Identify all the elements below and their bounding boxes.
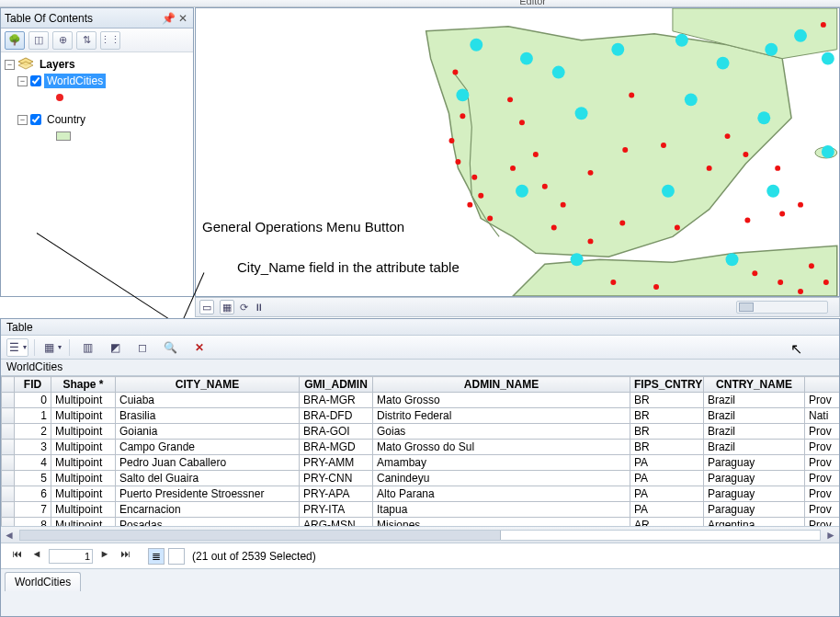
cell[interactable]: Brazil xyxy=(704,440,805,455)
next-record-button[interactable]: ► xyxy=(96,548,113,565)
map-view[interactable] xyxy=(195,7,840,297)
cell[interactable]: Paraguay xyxy=(704,471,805,486)
cell[interactable] xyxy=(2,393,15,408)
column-header[interactable]: CITY_NAME xyxy=(116,377,300,393)
cell[interactable]: 6 xyxy=(15,486,51,502)
current-record-input[interactable] xyxy=(49,549,93,564)
cell[interactable]: Campo Grande xyxy=(116,440,300,455)
cell[interactable]: Misiones xyxy=(373,518,630,528)
attribute-grid[interactable]: FIDShape *CITY_NAMEGMI_ADMINADMIN_NAMEFI… xyxy=(1,376,839,527)
prev-record-button[interactable]: ◄ xyxy=(28,548,45,565)
cell[interactable] xyxy=(2,471,15,486)
cell[interactable]: Prov xyxy=(805,486,840,502)
column-header[interactable]: FID xyxy=(15,377,51,393)
cell[interactable]: Paraguay xyxy=(704,502,805,518)
show-all-records-button[interactable]: ≣ xyxy=(148,548,165,565)
cell[interactable]: Multipoint xyxy=(51,393,116,408)
tree-symbol-worldcities[interactable] xyxy=(56,89,189,106)
cell[interactable]: Prov xyxy=(805,502,840,518)
cell[interactable]: Prov xyxy=(805,518,840,528)
tree-item-worldcities[interactable]: − WorldCities xyxy=(17,73,189,89)
column-header[interactable]: CNTRY_NAME xyxy=(704,377,805,393)
cell[interactable]: Multipoint xyxy=(51,424,116,440)
column-header[interactable]: GMI_ADMIN xyxy=(300,377,373,393)
table-row[interactable]: 2MultipointGoianiaBRA-GOIGoiasBRBrazilPr… xyxy=(2,424,840,440)
list-by-visibility-button[interactable]: ⊕ xyxy=(52,31,73,50)
cell[interactable]: Multipoint xyxy=(51,440,116,455)
pin-icon[interactable]: 📌 xyxy=(162,12,175,25)
cell[interactable]: Brazil xyxy=(704,424,805,440)
table-options-menu-button[interactable]: ☰ xyxy=(6,338,28,357)
options-button[interactable]: ⋮⋮ xyxy=(100,31,120,50)
cell[interactable]: PA xyxy=(630,471,704,486)
table-tab[interactable]: WorldCities xyxy=(5,572,81,591)
zoom-selected-button[interactable]: 🔍 xyxy=(159,338,181,357)
cell[interactable]: Cuiaba xyxy=(116,393,300,408)
table-row[interactable]: 0MultipointCuiabaBRA-MGRMato GrossoBRBra… xyxy=(2,393,840,408)
column-header[interactable]: FIPS_CNTRY xyxy=(630,377,704,393)
cell[interactable]: Nati xyxy=(805,408,840,424)
cell[interactable]: 5 xyxy=(15,471,51,486)
table-row[interactable]: 3MultipointCampo GrandeBRA-MGDMato Gross… xyxy=(2,440,840,455)
cell[interactable]: 2 xyxy=(15,424,51,440)
cell[interactable]: Posadas xyxy=(116,518,300,528)
column-header[interactable] xyxy=(805,377,840,393)
column-header[interactable]: ADMIN_NAME xyxy=(373,377,630,393)
cell[interactable]: Multipoint xyxy=(51,502,116,518)
scroll-left-icon[interactable]: ◄ xyxy=(1,529,17,542)
last-record-button[interactable]: ⏭ xyxy=(117,548,133,565)
cell[interactable]: 4 xyxy=(15,455,51,471)
cell[interactable]: 7 xyxy=(15,502,51,518)
cell[interactable]: Distrito Federal xyxy=(373,408,630,424)
delete-selected-button[interactable]: ✕ xyxy=(188,338,210,357)
layer-visibility-checkbox[interactable] xyxy=(30,114,41,125)
cell[interactable]: AR xyxy=(630,518,704,528)
cell[interactable]: Goias xyxy=(373,424,630,440)
show-selected-records-button[interactable]: ▤ xyxy=(168,548,185,565)
list-by-selection-button[interactable]: ⇅ xyxy=(76,31,96,50)
cell[interactable]: Prov xyxy=(805,393,840,408)
first-record-button[interactable]: ⏮ xyxy=(8,548,25,565)
table-row[interactable]: 7MultipointEncarnacionPRY-ITAItapuaPAPar… xyxy=(2,502,840,518)
cell[interactable]: BRA-MGR xyxy=(300,393,373,408)
cell[interactable] xyxy=(2,424,15,440)
cell[interactable]: Salto del Guaira xyxy=(116,471,300,486)
cell[interactable]: Prov xyxy=(805,471,840,486)
cell[interactable]: 1 xyxy=(15,408,51,424)
cell[interactable]: Brasilia xyxy=(116,408,300,424)
cell[interactable]: ARG-MSN xyxy=(300,518,373,528)
column-header[interactable] xyxy=(2,377,15,393)
cell[interactable]: PA xyxy=(630,486,704,502)
table-row[interactable]: 5MultipointSalto del GuairaPRY-CNNCanind… xyxy=(2,471,840,486)
cell[interactable]: BRA-MGD xyxy=(300,440,373,455)
table-row[interactable]: 4MultipointPedro Juan CaballeroPRY-AMMAm… xyxy=(2,455,840,471)
cell[interactable]: 0 xyxy=(15,393,51,408)
table-row[interactable]: 6MultipointPuerto Presidente StroessnerP… xyxy=(2,486,840,502)
collapse-icon[interactable]: − xyxy=(5,60,15,70)
cell[interactable]: Itapua xyxy=(373,502,630,518)
cell[interactable]: BR xyxy=(630,440,704,455)
table-hscrollbar[interactable]: ◄ ► xyxy=(1,527,839,543)
cell[interactable]: PRY-CNN xyxy=(300,471,373,486)
cell[interactable]: Canindeyu xyxy=(373,471,630,486)
cell[interactable]: Prov xyxy=(805,424,840,440)
tree-root[interactable]: − Layers xyxy=(5,56,189,73)
cell[interactable] xyxy=(2,455,15,471)
cell[interactable]: PRY-APA xyxy=(300,486,373,502)
cell[interactable]: Amambay xyxy=(373,455,630,471)
cell[interactable]: Multipoint xyxy=(51,471,116,486)
cell[interactable]: Puerto Presidente Stroessner xyxy=(116,486,300,502)
cell[interactable] xyxy=(2,502,15,518)
cell[interactable]: Paraguay xyxy=(704,455,805,471)
cell[interactable]: Multipoint xyxy=(51,518,116,528)
collapse-icon[interactable]: − xyxy=(17,115,28,125)
cell[interactable]: 8 xyxy=(15,518,51,528)
cell[interactable]: BRA-DFD xyxy=(300,408,373,424)
map-scrollbar[interactable] xyxy=(736,301,828,314)
list-by-drawing-order-button[interactable]: 🌳 xyxy=(5,31,25,50)
cell[interactable]: Prov xyxy=(805,455,840,471)
cell[interactable]: Paraguay xyxy=(704,486,805,502)
layer-visibility-checkbox[interactable] xyxy=(30,75,41,86)
cell[interactable]: 3 xyxy=(15,440,51,455)
column-header[interactable]: Shape * xyxy=(51,377,116,393)
